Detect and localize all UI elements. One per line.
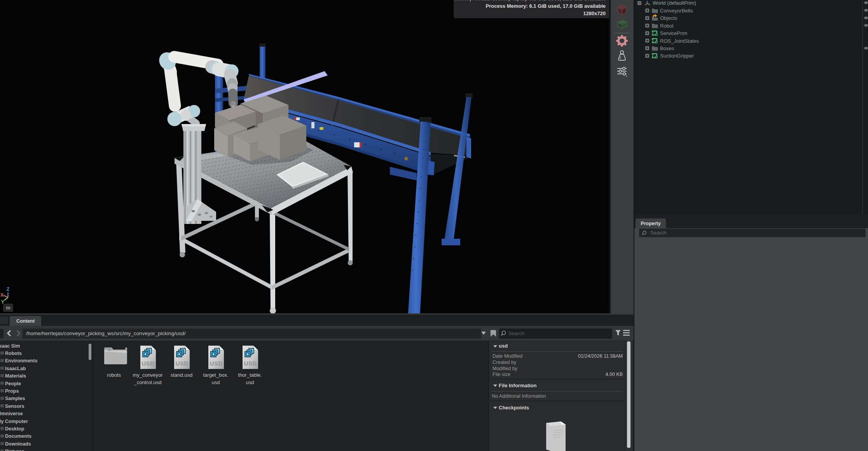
svg-text:Z: Z (7, 287, 9, 292)
svg-text:World (defaultPrim): World (defaultPrim) (653, 0, 696, 6)
svg-text:ServicePrim: ServicePrim (660, 30, 687, 36)
svg-text:SuctionGripper: SuctionGripper (660, 53, 694, 59)
svg-text:Objects: Objects (660, 15, 678, 21)
svg-text:ROS_JointStates: ROS_JointStates (660, 38, 699, 44)
svg-text:Robot: Robot (660, 23, 674, 29)
svg-text:X: X (0, 292, 3, 298)
svg-text:Boxes: Boxes (660, 45, 674, 51)
svg-text:ConveyorBelts: ConveyorBelts (660, 8, 693, 14)
